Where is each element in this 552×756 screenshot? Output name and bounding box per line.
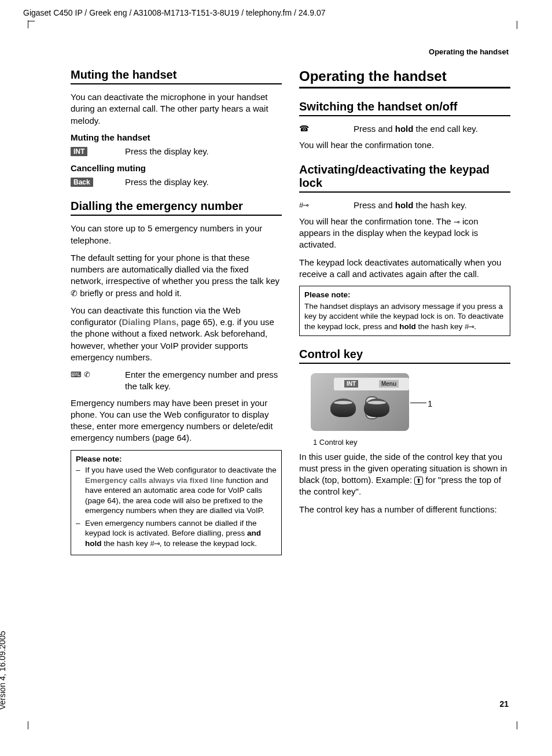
hash-key-icon — [299, 200, 308, 209]
callout-line — [410, 403, 426, 403]
para: You can deactivate the microphone in you… — [71, 91, 282, 127]
hash-key-icon — [465, 322, 474, 331]
crop-mark — [517, 721, 517, 729]
left-column: Muting the handset You can deactivate th… — [71, 68, 282, 561]
para: You can store up to 5 emergency numbers … — [71, 223, 282, 246]
right-column: Operating the handset Switching the hand… — [299, 68, 510, 561]
numpad-talk-icon — [71, 369, 90, 379]
heading-operating: Operating the handset — [299, 68, 510, 88]
key-desc: Press the display key. — [125, 146, 282, 157]
heading-switching: Switching the handset on/off — [299, 100, 510, 116]
page-body: Muting the handset You can deactivate th… — [71, 68, 510, 561]
subheading-cancel: Cancelling muting — [71, 163, 282, 173]
hash-key-icon — [150, 539, 160, 548]
para: In this user guide, the side of the cont… — [299, 451, 510, 498]
diagram-caption: 1 Control key — [313, 438, 510, 447]
key-desc: Enter the emergency number and press the… — [125, 369, 282, 393]
softkey-int: INT — [344, 380, 358, 388]
note-text: The handset displays an advisory message… — [304, 301, 505, 332]
talk-key-icon — [71, 288, 78, 298]
key-instruction: Press and hold the hash key. — [299, 200, 510, 211]
running-header: Operating the handset — [429, 47, 509, 56]
callout-label-1: 1 — [428, 399, 432, 408]
dialing-plans-ref: Dialing Plans, — [122, 317, 178, 327]
para: The default setting for your phone is th… — [71, 252, 282, 299]
heading-emergency: Dialling the emergency number — [71, 200, 282, 216]
int-key-badge: INT — [71, 147, 87, 156]
crop-mark — [517, 21, 517, 29]
lock-indicator-icon — [454, 216, 460, 226]
heading-muting: Muting the handset — [71, 68, 282, 84]
para: You will hear the confirmation tone. The… — [299, 216, 510, 251]
back-key-badge: Back — [71, 178, 93, 187]
softkey-menu: Menu — [379, 380, 399, 388]
crop-mark — [28, 721, 28, 729]
talk-button — [330, 399, 356, 417]
para: You will hear the confirmation tone. — [299, 139, 510, 151]
note-title: Please note: — [76, 454, 277, 464]
note-title: Please note: — [304, 290, 505, 300]
key-instruction: Back Press the display key. — [71, 176, 282, 188]
para: The control key has a number of differen… — [299, 504, 510, 515]
key-instruction: Enter the emergency number and press the… — [71, 369, 282, 393]
version-footer: Version 4, 16.09.2005 — [0, 631, 7, 710]
heading-control-key: Control key — [299, 348, 510, 364]
heading-keypad-lock: Activating/deactivating the keypad lock — [299, 163, 510, 193]
control-key-up-icon — [414, 475, 423, 485]
note-item: – If you have used the Web configurator … — [76, 465, 277, 516]
note-box: Please note: The handset displays an adv… — [299, 286, 510, 336]
para: You can deactivate this function via the… — [71, 305, 282, 363]
key-instruction: INT Press the display key. — [71, 146, 282, 157]
note-box: Please note: – If you have used the Web … — [71, 450, 282, 555]
control-key-diagram: INT Menu 1 — [299, 371, 426, 434]
end-button — [364, 399, 389, 417]
subheading-muting: Muting the handset — [71, 132, 282, 142]
key-desc: Press and hold the hash key. — [354, 200, 510, 211]
note-item: – Even emergency numbers cannot be diall… — [76, 518, 277, 549]
key-desc: Press the display key. — [125, 176, 282, 188]
para: Emergency numbers may have been preset i… — [71, 397, 282, 444]
key-desc: Press and hold the end call key. — [354, 123, 510, 135]
crop-mark — [28, 21, 35, 28]
end-call-icon — [299, 123, 309, 133]
doc-path-header: Gigaset C450 IP / Greek eng / A31008-M17… — [23, 8, 325, 17]
para: The keypad lock deactivates automaticall… — [299, 257, 510, 281]
page-number: 21 — [499, 699, 509, 709]
key-instruction: Press and hold the end call key. — [299, 123, 510, 135]
